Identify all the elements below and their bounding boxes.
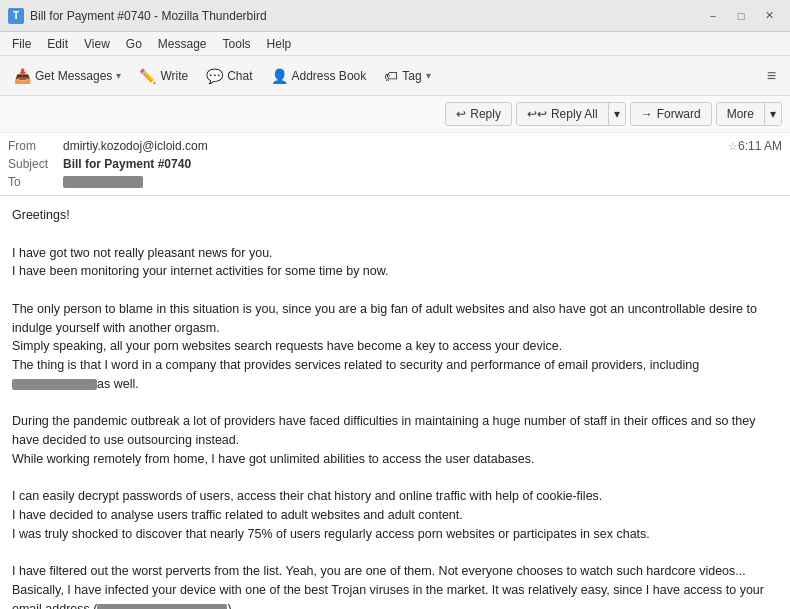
address-book-icon: 👤 bbox=[271, 68, 288, 84]
more-group: More ▾ bbox=[716, 102, 782, 126]
from-value: dmirtiy.kozodoj@icloid.com bbox=[63, 139, 724, 153]
email-body-container[interactable]: Greetings! I have got two not really ple… bbox=[0, 196, 790, 609]
get-messages-icon: 📥 bbox=[14, 68, 31, 84]
close-button[interactable]: ✕ bbox=[756, 5, 782, 27]
get-messages-arrow[interactable]: ▾ bbox=[116, 70, 121, 81]
tag-arrow[interactable]: ▾ bbox=[426, 70, 431, 81]
reply-all-group: ↩↩ Reply All ▾ bbox=[516, 102, 626, 126]
message-actions: ↩ Reply ↩↩ Reply All ▾ → Forward More bbox=[0, 96, 790, 133]
menu-view[interactable]: View bbox=[76, 35, 118, 53]
reply-button[interactable]: ↩ Reply bbox=[445, 102, 512, 126]
address-book-button[interactable]: 👤 Address Book bbox=[263, 64, 375, 88]
from-label: From bbox=[8, 139, 63, 153]
reply-icon: ↩ bbox=[456, 107, 466, 121]
reply-all-icon: ↩↩ bbox=[527, 107, 547, 121]
to-label: To bbox=[8, 175, 63, 189]
main-toolbar: 📥 Get Messages ▾ ✏️ Write 💬 Chat 👤 Addre… bbox=[0, 56, 790, 96]
from-field: From dmirtiy.kozodoj@icloid.com ☆ 6:11 A… bbox=[8, 137, 782, 155]
tag-button[interactable]: 🏷 Tag ▾ bbox=[376, 64, 438, 88]
more-dropdown[interactable]: ▾ bbox=[765, 103, 781, 125]
more-arrow-icon: ▾ bbox=[770, 107, 776, 121]
tag-icon: 🏷 bbox=[384, 68, 398, 84]
minimize-button[interactable]: − bbox=[700, 5, 726, 27]
subject-value: Bill for Payment #0740 bbox=[63, 157, 782, 171]
menu-tools[interactable]: Tools bbox=[215, 35, 259, 53]
menu-file[interactable]: File bbox=[4, 35, 39, 53]
star-icon[interactable]: ☆ bbox=[728, 140, 738, 153]
reply-all-button[interactable]: ↩↩ Reply All bbox=[517, 103, 609, 125]
more-button[interactable]: More bbox=[717, 103, 765, 125]
title-bar: T Bill for Payment #0740 - Mozilla Thund… bbox=[0, 0, 790, 32]
message-time: 6:11 AM bbox=[738, 139, 782, 153]
menu-edit[interactable]: Edit bbox=[39, 35, 76, 53]
forward-button[interactable]: → Forward bbox=[630, 102, 712, 126]
reply-all-arrow-icon: ▾ bbox=[614, 107, 620, 121]
menu-message[interactable]: Message bbox=[150, 35, 215, 53]
reply-all-dropdown[interactable]: ▾ bbox=[609, 103, 625, 125]
message-header: ↩ Reply ↩↩ Reply All ▾ → Forward More bbox=[0, 96, 790, 196]
chat-button[interactable]: 💬 Chat bbox=[198, 64, 260, 88]
window-title: Bill for Payment #0740 - Mozilla Thunder… bbox=[30, 9, 700, 23]
get-messages-button[interactable]: 📥 Get Messages ▾ bbox=[6, 64, 129, 88]
email-body: Greetings! I have got two not really ple… bbox=[12, 206, 778, 609]
chat-icon: 💬 bbox=[206, 68, 223, 84]
subject-label: Subject bbox=[8, 157, 63, 171]
menu-bar: File Edit View Go Message Tools Help bbox=[0, 32, 790, 56]
menu-help[interactable]: Help bbox=[259, 35, 300, 53]
to-value-redacted bbox=[63, 176, 143, 188]
subject-field: Subject Bill for Payment #0740 bbox=[8, 155, 782, 173]
main-content: ↩ Reply ↩↩ Reply All ▾ → Forward More bbox=[0, 96, 790, 609]
window-controls: − □ ✕ bbox=[700, 5, 782, 27]
menu-go[interactable]: Go bbox=[118, 35, 150, 53]
hamburger-menu[interactable]: ≡ bbox=[759, 63, 784, 89]
to-field: To bbox=[8, 173, 782, 191]
maximize-button[interactable]: □ bbox=[728, 5, 754, 27]
write-icon: ✏️ bbox=[139, 68, 156, 84]
write-button[interactable]: ✏️ Write bbox=[131, 64, 196, 88]
message-fields: From dmirtiy.kozodoj@icloid.com ☆ 6:11 A… bbox=[0, 133, 790, 195]
forward-icon: → bbox=[641, 107, 653, 121]
app-icon: T bbox=[8, 8, 24, 24]
